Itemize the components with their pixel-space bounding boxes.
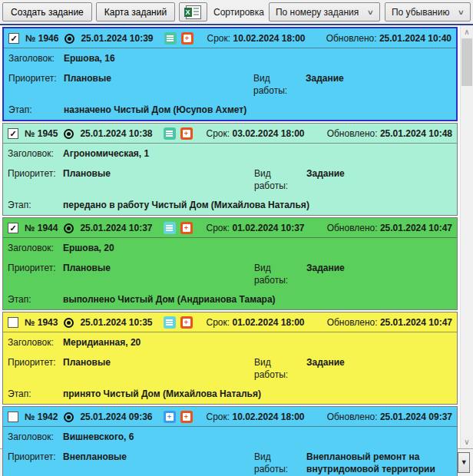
worktype-label: Вид работы: <box>253 72 306 97</box>
task-created-datetime: 25.01.2024 10:39 <box>81 33 153 44</box>
card-header: № 1946 25.01.2024 10:39 + Срок: 10.02.20… <box>4 28 456 48</box>
stage-label: Этап: <box>8 199 63 211</box>
excel-icon: X <box>186 5 201 19</box>
updated-value: 25.01.2024 10:47 <box>380 223 452 233</box>
priority-label: Приоритет: <box>8 451 63 463</box>
stage-value: передано в работу Чистый Дом (Михайлова … <box>63 199 452 211</box>
task-list-panel: № 1946 25.01.2024 10:39 + Срок: 10.02.20… <box>0 24 473 449</box>
stage-label: Этап: <box>8 104 64 116</box>
worktype-value: Задание <box>306 356 448 381</box>
priority-label: Приоритет: <box>8 356 63 369</box>
task-checkbox[interactable] <box>8 317 18 328</box>
stage-label: Этап: <box>8 293 63 306</box>
updated-value: 25.01.2024 10:47 <box>380 317 452 328</box>
task-created-datetime: 25.01.2024 10:37 <box>80 223 152 233</box>
priority-value: Плановые <box>64 72 253 84</box>
edit-selected-dropdown-button[interactable]: ▼ <box>458 452 470 473</box>
attachments-icon[interactable]: + <box>164 411 176 423</box>
chevron-down-icon: ∨ <box>367 8 374 16</box>
notes-icon[interactable] <box>164 316 176 329</box>
toolbar: Создать задание Карта заданий X Сортиров… <box>0 0 473 24</box>
priority-label: Приоритет: <box>8 72 64 84</box>
scroll-down-icon[interactable]: ∨ <box>461 435 473 448</box>
worktype-value: Задание <box>306 167 448 192</box>
sort-order-dropdown[interactable]: По убыванию ∨ <box>385 2 471 21</box>
task-created-datetime: 25.01.2024 10:38 <box>80 128 152 139</box>
task-created-datetime: 25.01.2024 09:36 <box>80 412 152 422</box>
photos-icon[interactable]: + <box>180 411 193 423</box>
task-cards: № 1946 25.01.2024 10:39 + Срок: 10.02.20… <box>0 25 460 448</box>
photos-icon[interactable]: + <box>180 222 193 234</box>
worktype-value: Внеплановый ремонт на внутридомовой терр… <box>306 451 448 475</box>
worktype-value: Задание <box>306 262 448 286</box>
task-checkbox[interactable] <box>8 223 18 233</box>
record-icon <box>64 34 74 44</box>
notes-icon[interactable] <box>164 222 176 234</box>
task-card-1942[interactable]: № 1942 25.01.2024 09:36 + + Срок: 10.02.… <box>2 406 458 476</box>
card-header: № 1942 25.01.2024 09:36 + + Срок: 10.02.… <box>3 407 457 427</box>
deadline-value: 01.02.2024 10:37 <box>232 223 304 233</box>
sort-field-value: По номеру задания <box>276 7 359 18</box>
task-number: № 1942 <box>25 412 58 422</box>
worktype-label: Вид работы: <box>254 262 306 286</box>
photos-icon[interactable]: + <box>180 316 193 329</box>
deadline-value: 03.02.2024 18:00 <box>232 128 304 139</box>
task-checkbox[interactable] <box>8 33 19 44</box>
title-label: Заголовок: <box>8 431 63 443</box>
deadline-pair: Срок: 03.02.2024 18:00 <box>207 128 305 139</box>
updated-pair: Обновлено: 25.01.2024 09:37 <box>327 412 452 422</box>
record-icon <box>64 223 74 233</box>
task-number: № 1945 <box>25 128 58 139</box>
task-card-1944[interactable]: № 1944 25.01.2024 10:37 + Срок: 01.02.20… <box>2 217 458 310</box>
title-value: Агрономическая, 1 <box>63 147 452 160</box>
stage-value: выполнено Чистый Дом (Андрианова Тамара) <box>63 293 452 306</box>
task-card-1945[interactable]: № 1945 25.01.2024 10:38 + Срок: 03.02.20… <box>2 123 458 216</box>
worktype-label: Вид работы: <box>254 356 306 381</box>
task-checkbox[interactable] <box>8 128 18 139</box>
photos-icon[interactable]: + <box>180 127 193 140</box>
sort-order-value: По убыванию <box>392 7 450 18</box>
task-card-1946[interactable]: № 1946 25.01.2024 10:39 + Срок: 10.02.20… <box>2 27 458 121</box>
task-number: № 1944 <box>25 223 58 233</box>
deadline-pair: Срок: 10.02.2024 18:00 <box>207 412 305 422</box>
title-value: Ершова, 16 <box>64 52 452 64</box>
create-task-button[interactable]: Создать задание <box>2 2 92 21</box>
updated-value: 25.01.2024 09:37 <box>380 412 452 422</box>
sort-label: Сортировка <box>213 7 264 18</box>
title-label: Заголовок: <box>8 336 63 349</box>
task-map-button[interactable]: Карта заданий <box>96 2 175 21</box>
task-checkbox[interactable] <box>8 412 18 422</box>
scroll-up-icon[interactable]: ∧ <box>461 25 473 38</box>
scrollbar-track[interactable] <box>461 86 473 435</box>
photos-icon[interactable]: + <box>181 32 194 45</box>
vertical-scrollbar[interactable]: ∧ ∨ <box>460 25 473 448</box>
card-header: № 1943 25.01.2024 10:35 + Срок: 01.02.20… <box>3 312 457 332</box>
record-icon <box>64 412 74 422</box>
stage-label: Этап: <box>8 388 63 400</box>
scrollbar-thumb[interactable] <box>461 38 472 86</box>
record-icon <box>64 318 74 328</box>
notes-icon[interactable] <box>164 32 177 45</box>
task-card-1943[interactable]: № 1943 25.01.2024 10:35 + Срок: 01.02.20… <box>2 312 458 405</box>
deadline-pair: Срок: 10.02.2024 18:00 <box>207 33 306 44</box>
deadline-value: 01.02.2024 18:00 <box>232 317 304 328</box>
notes-icon[interactable] <box>164 127 176 140</box>
priority-value: Плановые <box>63 262 254 274</box>
stage-value: назначено Чистый Дом (Юсупов Ахмет) <box>64 104 452 116</box>
stage-value: принято Чистый Дом (Михайлова Наталья) <box>63 388 452 400</box>
title-label: Заголовок: <box>8 147 63 160</box>
chevron-down-icon: ∨ <box>458 8 465 16</box>
title-label: Заголовок: <box>8 52 64 64</box>
deadline-pair: Срок: 01.02.2024 18:00 <box>207 317 305 328</box>
priority-value: Плановые <box>63 167 254 180</box>
priority-value: Внеплановые <box>63 451 254 463</box>
sort-field-dropdown[interactable]: По номеру задания ∨ <box>269 2 380 21</box>
export-excel-button[interactable]: X <box>179 2 207 21</box>
priority-label: Приоритет: <box>8 167 63 180</box>
priority-label: Приоритет: <box>8 262 63 274</box>
updated-pair: Обновлено: 25.01.2024 10:40 <box>326 33 452 44</box>
updated-value: 25.01.2024 10:40 <box>379 33 452 44</box>
title-value: Меридианная, 20 <box>63 336 452 349</box>
record-icon <box>64 129 74 139</box>
priority-value: Плановые <box>63 356 254 369</box>
